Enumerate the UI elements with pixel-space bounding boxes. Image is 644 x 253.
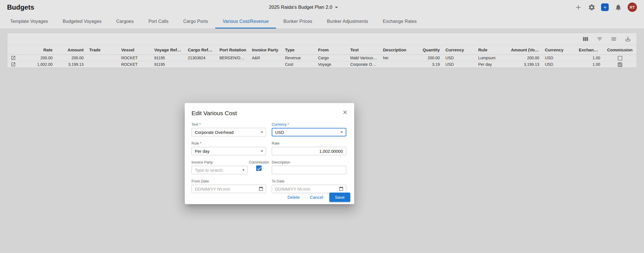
invoice-party-label: Invoice Party <box>192 160 248 164</box>
chevron-down-icon <box>259 148 265 154</box>
to-date-field: To Date <box>272 179 346 193</box>
delete-button[interactable]: Delete <box>284 193 304 202</box>
to-date-wrap <box>272 185 346 193</box>
currency-label: Currency * <box>272 122 346 127</box>
invoice-party-placeholder: Type to search. <box>195 168 224 173</box>
calendar-icon[interactable] <box>339 186 344 191</box>
dialog-actions: Delete Cancel Save <box>284 193 350 202</box>
rule-label: Rule * <box>192 141 266 145</box>
commission-field: Commission <box>249 160 269 171</box>
invoice-party-select[interactable]: Type to search. <box>192 166 248 174</box>
close-icon[interactable] <box>342 109 348 116</box>
currency-value: USD <box>275 130 284 135</box>
text-label: Text * <box>192 122 266 127</box>
to-date-input[interactable] <box>272 185 346 193</box>
from-date-input[interactable] <box>192 185 266 193</box>
chevron-down-icon <box>339 129 345 135</box>
chevron-down-icon <box>259 129 265 135</box>
from-date-wrap <box>192 185 266 193</box>
rate-label: Rate <box>272 141 346 145</box>
commission-label: Commission <box>249 160 269 164</box>
text-value: Corporate Overhead <box>195 130 234 135</box>
rate-field: Rate <box>272 141 346 155</box>
text-select[interactable]: Corporate Overhead <box>192 128 266 136</box>
edit-various-cost-dialog: Edit Various Cost Text * Corporate Overh… <box>185 103 354 204</box>
currency-field: Currency * USD <box>272 122 346 136</box>
to-date-label: To Date <box>272 179 346 183</box>
from-date-label: From Date <box>192 179 266 183</box>
invoice-commission-row: Invoice Party Type to search. Commission <box>192 160 266 174</box>
description-input[interactable] <box>272 166 346 174</box>
calendar-icon[interactable] <box>258 186 264 191</box>
invoice-party-field: Invoice Party Type to search. <box>192 160 248 174</box>
rule-select[interactable]: Per day <box>192 147 266 155</box>
rate-input[interactable] <box>272 147 346 155</box>
commission-checkbox[interactable] <box>256 165 262 171</box>
description-field: Description <box>272 160 346 174</box>
currency-select[interactable]: USD <box>272 128 346 136</box>
text-field: Text * Corporate Overhead <box>192 122 266 136</box>
from-date-field: From Date <box>192 179 266 193</box>
dialog-title: Edit Various Cost <box>185 103 354 117</box>
rule-field: Rule * Per day <box>192 141 266 155</box>
chevron-down-icon <box>240 167 247 173</box>
cancel-button[interactable]: Cancel <box>306 193 327 202</box>
dialog-form: Text * Corporate Overhead Currency * USD… <box>185 117 354 193</box>
save-button[interactable]: Save <box>329 193 350 202</box>
rule-value: Per day <box>195 149 210 154</box>
description-label: Description <box>272 160 346 164</box>
